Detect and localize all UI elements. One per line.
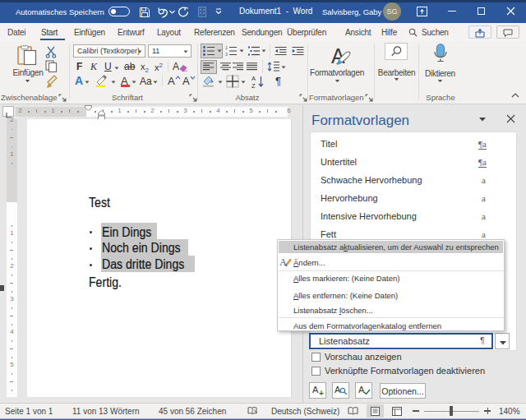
svg-text:3: 3	[225, 52, 228, 56]
svg-text:1: 1	[225, 46, 228, 50]
svg-text:Z: Z	[251, 82, 256, 89]
